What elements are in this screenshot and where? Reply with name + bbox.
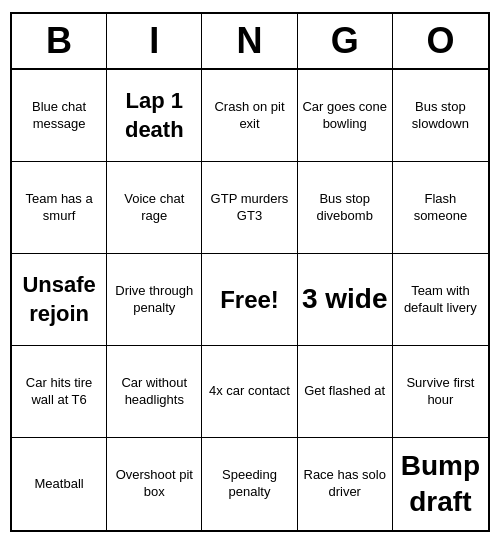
bingo-header: BINGO (12, 14, 488, 70)
bingo-cell-8[interactable]: Bus stop divebomb (298, 162, 393, 254)
bingo-cell-9[interactable]: Flash someone (393, 162, 488, 254)
bingo-card: BINGO Blue chat messageLap 1 deathCrash … (10, 12, 490, 532)
bingo-cell-0[interactable]: Blue chat message (12, 70, 107, 162)
bingo-cell-12[interactable]: Free! (202, 254, 297, 346)
bingo-cell-19[interactable]: Survive first hour (393, 346, 488, 438)
bingo-cell-16[interactable]: Car without headlights (107, 346, 202, 438)
header-letter-b: B (12, 14, 107, 68)
header-letter-o: O (393, 14, 488, 68)
bingo-cell-18[interactable]: Get flashed at (298, 346, 393, 438)
bingo-cell-1[interactable]: Lap 1 death (107, 70, 202, 162)
bingo-cell-10[interactable]: Unsafe rejoin (12, 254, 107, 346)
bingo-grid: Blue chat messageLap 1 deathCrash on pit… (12, 70, 488, 530)
bingo-cell-24[interactable]: Bump draft (393, 438, 488, 530)
bingo-cell-13[interactable]: 3 wide (298, 254, 393, 346)
bingo-cell-15[interactable]: Car hits tire wall at T6 (12, 346, 107, 438)
bingo-cell-7[interactable]: GTP murders GT3 (202, 162, 297, 254)
bingo-cell-5[interactable]: Team has a smurf (12, 162, 107, 254)
bingo-cell-21[interactable]: Overshoot pit box (107, 438, 202, 530)
bingo-cell-3[interactable]: Car goes cone bowling (298, 70, 393, 162)
bingo-cell-14[interactable]: Team with default livery (393, 254, 488, 346)
bingo-cell-23[interactable]: Race has solo driver (298, 438, 393, 530)
bingo-cell-2[interactable]: Crash on pit exit (202, 70, 297, 162)
header-letter-n: N (202, 14, 297, 68)
bingo-cell-6[interactable]: Voice chat rage (107, 162, 202, 254)
bingo-cell-11[interactable]: Drive through penalty (107, 254, 202, 346)
header-letter-g: G (298, 14, 393, 68)
header-letter-i: I (107, 14, 202, 68)
bingo-cell-22[interactable]: Speeding penalty (202, 438, 297, 530)
bingo-cell-20[interactable]: Meatball (12, 438, 107, 530)
bingo-cell-4[interactable]: Bus stop slowdown (393, 70, 488, 162)
bingo-cell-17[interactable]: 4x car contact (202, 346, 297, 438)
